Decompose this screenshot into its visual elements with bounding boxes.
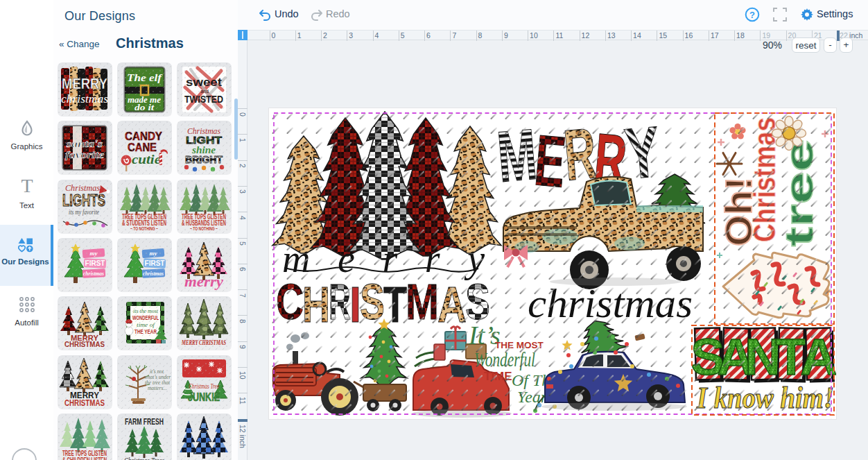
svg-text:?: ? bbox=[749, 10, 755, 20]
svg-text:T: T bbox=[21, 177, 33, 196]
